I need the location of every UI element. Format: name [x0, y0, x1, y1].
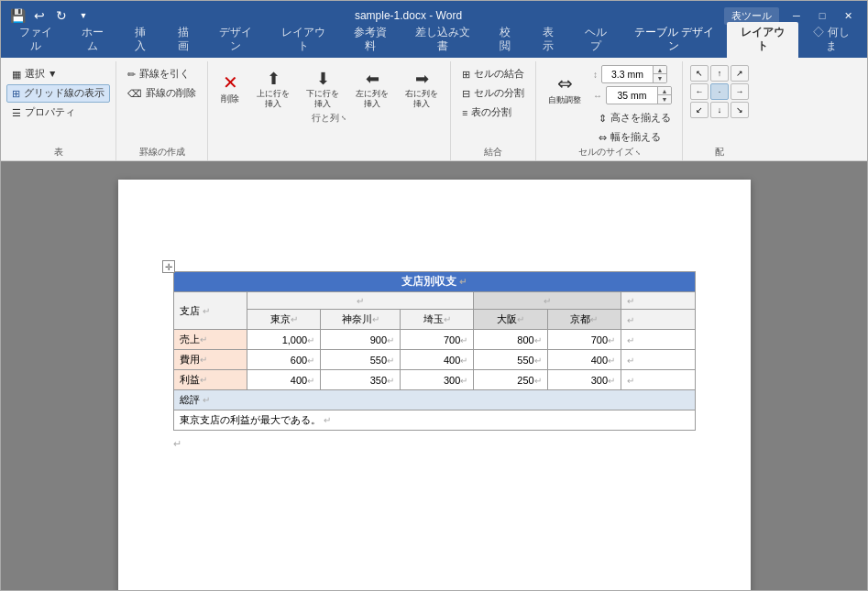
tab-draw[interactable]: 描画	[162, 22, 204, 58]
table-expense-row: 費用↵ 600↵ 550↵ 400↵ 550↵ 400↵ ↵	[173, 350, 695, 370]
table-title: 支店別収支	[401, 276, 456, 287]
width-spinner[interactable]: 35 mm ▲ ▼	[606, 86, 672, 104]
tab-home[interactable]: ホーム	[67, 22, 118, 58]
tab-view[interactable]: 表示	[527, 22, 569, 58]
align-middlecenter[interactable]: ·	[710, 83, 729, 100]
tab-help[interactable]: ヘルプ	[570, 22, 621, 58]
sales-osaka[interactable]: 800↵	[474, 330, 547, 350]
sales-tokyo[interactable]: 1,000↵	[247, 330, 320, 350]
width-label: ↔	[593, 91, 602, 101]
profit-saitama[interactable]: 300↵	[401, 370, 474, 390]
tab-layout[interactable]: レイアウト	[268, 22, 339, 58]
height-spinner[interactable]: 3.3 mm ▲ ▼	[601, 65, 667, 83]
split-table-button[interactable]: ≡ 表の分割	[456, 104, 530, 122]
expense-kyoto[interactable]: 400↵	[547, 350, 621, 370]
insert-above-button[interactable]: ⬆ 上に行を挿入	[250, 65, 296, 113]
cellsize-expand-icon[interactable]: ⤡	[635, 149, 641, 157]
equalize-width-button[interactable]: ⇔ 幅を揃える	[593, 128, 676, 147]
sales-empty[interactable]: ↵	[621, 330, 695, 350]
expense-kanagawa[interactable]: 550↵	[321, 350, 401, 370]
align-middleleft[interactable]: ←	[690, 83, 709, 100]
window-title: sample-1.docx - Word	[98, 9, 719, 22]
autofit-button[interactable]: ⇔ 自動調整	[542, 69, 588, 110]
after-table-para: ↵	[173, 438, 696, 450]
city-saitama[interactable]: 埼玉↵	[401, 310, 474, 330]
ribbon-group-align: ↖ ↑ ↗ ← · → ↙ ↓ ↘ 配	[683, 61, 756, 160]
header-branch-cell[interactable]: 支店 ↵	[173, 292, 247, 330]
split-cells-button[interactable]: ⊟ セルの分割	[456, 84, 530, 103]
equalize-width-icon: ⇔	[599, 132, 607, 143]
insert-right-button[interactable]: ➡ 右に列を挿入	[399, 65, 445, 113]
footer-text-cell[interactable]: 東京支店の利益が最大である。 ↵	[173, 410, 695, 431]
gridlines-button[interactable]: ⊞ グリッド線の表示	[6, 84, 110, 103]
equalize-height-button[interactable]: ⇕ 高さを揃える	[593, 109, 676, 127]
properties-button[interactable]: ☰ プロパティ	[6, 104, 110, 122]
footer-text: 東京支店の利益が最大である。	[180, 414, 321, 425]
select-icon: ▦	[12, 69, 21, 80]
align-topleft[interactable]: ↖	[690, 65, 709, 82]
tab-design[interactable]: デザイン	[205, 22, 267, 58]
align-topright[interactable]: ↗	[731, 65, 749, 82]
header-span1-cell[interactable]: ↵	[247, 292, 474, 310]
tab-file[interactable]: ファイル	[5, 22, 66, 58]
profit-kyoto[interactable]: 300↵	[547, 370, 621, 390]
delete-button[interactable]: ✕ 削除	[214, 68, 247, 109]
draw-border-button[interactable]: ✏ 罫線を引く	[122, 65, 202, 83]
insert-below-button[interactable]: ⬇ 下に行を挿入	[300, 65, 346, 113]
tab-references[interactable]: 参考資料	[340, 22, 401, 58]
height-up-arrow[interactable]: ▲	[654, 66, 666, 74]
sales-kyoto[interactable]: 700↵	[547, 330, 621, 350]
align-bottomleft[interactable]: ↙	[690, 102, 709, 118]
profit-osaka[interactable]: 250↵	[474, 370, 547, 390]
tab-insert[interactable]: 挿入	[119, 22, 161, 58]
erase-border-button[interactable]: ⌫ 罫線の削除	[122, 84, 202, 103]
table-profit-row: 利益↵ 400↵ 350↵ 300↵ 250↵ 300↵ ↵	[173, 370, 695, 390]
footer-label-cell[interactable]: 総評 ↵	[173, 390, 695, 410]
profit-kanagawa[interactable]: 350↵	[321, 370, 401, 390]
height-down-arrow[interactable]: ▼	[654, 74, 666, 82]
expense-empty[interactable]: ↵	[621, 350, 695, 370]
sales-label[interactable]: 売上↵	[173, 330, 247, 350]
align-topcenter[interactable]: ↑	[710, 65, 729, 82]
tab-table-layout[interactable]: レイアウト	[727, 22, 798, 58]
tab-review[interactable]: 校閲	[484, 22, 526, 58]
ribbon-group-cellsize: ⇔ 自動調整 ↕ 3.3 mm ▲ ▼	[536, 61, 683, 160]
header-last-cell[interactable]: ↵	[621, 292, 695, 310]
city-kanagawa[interactable]: 神奈川↵	[321, 310, 401, 330]
sales-saitama[interactable]: 700↵	[401, 330, 474, 350]
city-tokyo[interactable]: 東京↵	[247, 310, 320, 330]
expense-osaka[interactable]: 550↵	[474, 350, 547, 370]
width-down-arrow[interactable]: ▼	[658, 95, 671, 104]
expense-saitama[interactable]: 400↵	[401, 350, 474, 370]
profit-tokyo[interactable]: 400↵	[247, 370, 320, 390]
profit-label[interactable]: 利益↵	[173, 370, 247, 390]
city-kyoto[interactable]: 京都↵	[547, 310, 621, 330]
header-span2-cell[interactable]: ↵	[474, 292, 621, 310]
table-title-row: 支店別収支 ↵	[173, 272, 695, 292]
profit-empty[interactable]: ↵	[621, 370, 695, 390]
expense-label[interactable]: 費用↵	[173, 350, 247, 370]
tab-search[interactable]: ◇ 何しま	[799, 22, 863, 58]
expense-tokyo[interactable]: 600↵	[247, 350, 320, 370]
insert-left-button[interactable]: ⬅ 左に列を挿入	[349, 65, 395, 113]
table-footer-row: 総評 ↵	[173, 390, 695, 410]
sales-kanagawa[interactable]: 900↵	[321, 330, 401, 350]
align-bottomcenter[interactable]: ↓	[710, 102, 729, 118]
align-bottomright[interactable]: ↘	[731, 102, 749, 118]
tab-bar: ファイル ホーム 挿入 描画 デザイン レイアウト 参考資料 差し込み文書 校閲…	[1, 30, 867, 58]
rowscols-expand-icon[interactable]: ⤡	[341, 115, 346, 122]
tab-table-design[interactable]: テーブル デザイン	[622, 22, 726, 58]
table-title-cell[interactable]: 支店別収支 ↵	[173, 272, 695, 292]
select-button[interactable]: ▦ 選択 ▼	[6, 65, 110, 83]
city-empty[interactable]: ↵	[621, 310, 695, 330]
table-city-row: 東京↵ 神奈川↵ 埼玉↵ 大阪↵ 京都↵	[173, 310, 695, 330]
align-middleright[interactable]: →	[731, 83, 749, 100]
width-up-arrow[interactable]: ▲	[658, 87, 671, 95]
merge-cells-button[interactable]: ⊞ セルの結合	[456, 65, 530, 83]
ribbon-content: ▦ 選択 ▼ ⊞ グリッド線の表示 ☰ プロパティ 表 ✏ 罫線を引く	[1, 58, 867, 160]
city-osaka[interactable]: 大阪↵	[474, 310, 547, 330]
table-move-handle[interactable]: ✛	[162, 260, 175, 273]
document-body: ✛ 支店別収支 ↵ 支店 ↵	[173, 271, 696, 450]
tab-mailmerge[interactable]: 差し込み文書	[402, 22, 484, 58]
insert-right-icon: ➡	[415, 69, 429, 89]
